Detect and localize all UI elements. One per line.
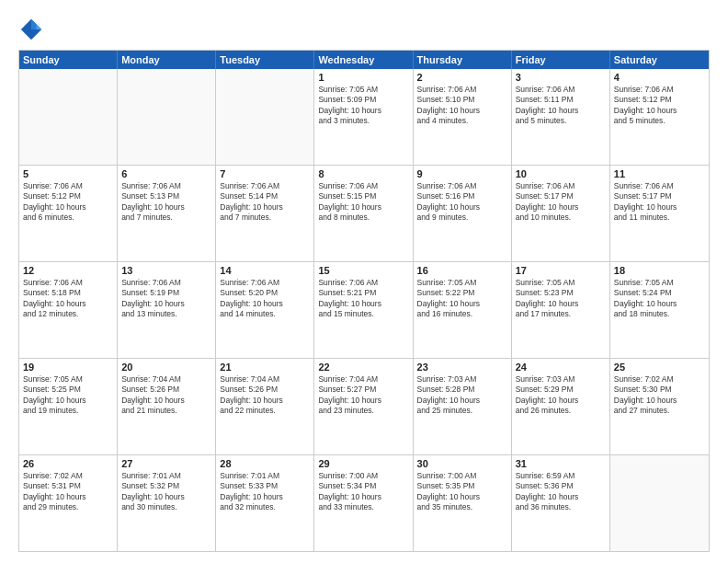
cell-info-line: and 22 minutes. <box>220 406 310 416</box>
cell-info-line: Sunrise: 6:59 AM <box>516 471 606 481</box>
day-number: 8 <box>318 168 408 179</box>
cell-info-line: Sunset: 5:29 PM <box>516 385 606 395</box>
cell-info-line: Sunrise: 7:00 AM <box>417 471 507 481</box>
day-number: 4 <box>614 72 705 83</box>
header-day-sunday: Sunday <box>19 51 118 69</box>
day-number: 10 <box>516 168 606 179</box>
cell-info-line: and 26 minutes. <box>516 406 606 416</box>
cell-info-line: Sunset: 5:13 PM <box>121 191 211 201</box>
cell-info-line: Sunrise: 7:06 AM <box>121 181 211 191</box>
day-number: 22 <box>318 362 408 373</box>
cell-info-line: Sunset: 5:21 PM <box>318 288 408 298</box>
calendar-empty <box>216 69 314 165</box>
cell-info-line: Sunset: 5:36 PM <box>516 481 606 491</box>
calendar-empty <box>610 455 709 551</box>
day-number: 13 <box>121 265 211 276</box>
cell-info-line: Sunset: 5:34 PM <box>318 481 408 491</box>
calendar-empty <box>19 69 118 165</box>
cell-info-line: Sunset: 5:26 PM <box>220 385 310 395</box>
calendar-day-31: 31Sunrise: 6:59 AMSunset: 5:36 PMDayligh… <box>512 455 610 551</box>
cell-info-line: Daylight: 10 hours <box>220 396 310 406</box>
cell-info-line: Sunrise: 7:03 AM <box>417 374 507 385</box>
calendar-day-15: 15Sunrise: 7:06 AMSunset: 5:21 PMDayligh… <box>314 262 413 358</box>
cell-info-line: Sunrise: 7:06 AM <box>23 181 113 191</box>
cell-info-line: Sunrise: 7:04 AM <box>318 374 408 385</box>
cell-info-line: Daylight: 10 hours <box>318 202 408 213</box>
cell-info-line: Sunset: 5:11 PM <box>516 95 606 105</box>
calendar-week-3: 12Sunrise: 7:06 AMSunset: 5:18 PMDayligh… <box>19 261 709 358</box>
day-number: 26 <box>23 458 113 469</box>
cell-info-line: and 8 minutes. <box>318 213 408 223</box>
day-number: 27 <box>121 458 211 469</box>
calendar-day-30: 30Sunrise: 7:00 AMSunset: 5:35 PMDayligh… <box>414 455 512 551</box>
cell-info-line: Sunset: 5:18 PM <box>23 288 113 298</box>
day-number: 29 <box>318 458 408 469</box>
cell-info-line: Daylight: 10 hours <box>23 396 113 406</box>
cell-info-line: Sunset: 5:14 PM <box>220 191 310 201</box>
cell-info-line: Daylight: 10 hours <box>417 299 507 309</box>
day-number: 9 <box>417 168 507 179</box>
cell-info-line: Daylight: 10 hours <box>417 492 507 502</box>
calendar-body: 1Sunrise: 7:05 AMSunset: 5:09 PMDaylight… <box>19 69 709 551</box>
cell-info-line: Sunset: 5:09 PM <box>318 95 408 105</box>
cell-info-line: Sunset: 5:10 PM <box>417 95 507 105</box>
cell-info-line: Sunrise: 7:03 AM <box>516 374 606 385</box>
calendar-day-17: 17Sunrise: 7:05 AMSunset: 5:23 PMDayligh… <box>512 262 610 358</box>
cell-info-line: and 5 minutes. <box>516 116 606 126</box>
cell-info-line: and 25 minutes. <box>417 406 507 416</box>
cell-info-line: Sunset: 5:28 PM <box>417 385 507 395</box>
cell-info-line: and 6 minutes. <box>23 213 113 223</box>
cell-info-line: Sunrise: 7:05 AM <box>614 278 705 288</box>
calendar-day-24: 24Sunrise: 7:03 AMSunset: 5:29 PMDayligh… <box>512 359 610 454</box>
cell-info-line: Sunrise: 7:06 AM <box>516 181 606 191</box>
svg-marker-1 <box>31 19 41 29</box>
day-number: 12 <box>23 265 113 276</box>
cell-info-line: Sunrise: 7:06 AM <box>318 278 408 288</box>
cell-info-line: Sunset: 5:23 PM <box>516 288 606 298</box>
calendar-empty <box>118 69 216 165</box>
cell-info-line: Sunrise: 7:05 AM <box>23 374 113 385</box>
cell-info-line: and 35 minutes. <box>417 502 507 512</box>
cell-info-line: Sunrise: 7:04 AM <box>220 374 310 385</box>
logo-icon <box>18 17 44 42</box>
day-number: 24 <box>516 362 606 373</box>
cell-info-line: Sunset: 5:20 PM <box>220 288 310 298</box>
calendar-week-5: 26Sunrise: 7:02 AMSunset: 5:31 PMDayligh… <box>19 454 709 551</box>
calendar-day-10: 10Sunrise: 7:06 AMSunset: 5:17 PMDayligh… <box>512 166 610 261</box>
cell-info-line: Daylight: 10 hours <box>318 299 408 309</box>
cell-info-line: Sunset: 5:30 PM <box>614 385 705 395</box>
calendar-day-27: 27Sunrise: 7:01 AMSunset: 5:32 PMDayligh… <box>118 455 216 551</box>
cell-info-line: and 27 minutes. <box>614 406 705 416</box>
cell-info-line: and 17 minutes. <box>516 309 606 319</box>
cell-info-line: and 29 minutes. <box>23 502 113 512</box>
header <box>18 17 710 42</box>
cell-info-line: and 16 minutes. <box>417 309 507 319</box>
day-number: 20 <box>121 362 211 373</box>
cell-info-line: Daylight: 10 hours <box>318 106 408 116</box>
cell-info-line: and 36 minutes. <box>516 502 606 512</box>
calendar-day-22: 22Sunrise: 7:04 AMSunset: 5:27 PMDayligh… <box>314 359 413 454</box>
cell-info-line: Sunrise: 7:01 AM <box>220 471 310 481</box>
day-number: 2 <box>417 72 507 83</box>
cell-info-line: and 32 minutes. <box>220 502 310 512</box>
cell-info-line: and 33 minutes. <box>318 502 408 512</box>
cell-info-line: Sunrise: 7:05 AM <box>318 85 408 95</box>
calendar-day-25: 25Sunrise: 7:02 AMSunset: 5:30 PMDayligh… <box>610 359 709 454</box>
day-number: 11 <box>614 168 705 179</box>
cell-info-line: Sunrise: 7:00 AM <box>318 471 408 481</box>
calendar-day-14: 14Sunrise: 7:06 AMSunset: 5:20 PMDayligh… <box>216 262 314 358</box>
cell-info-line: and 21 minutes. <box>121 406 211 416</box>
cell-info-line: and 15 minutes. <box>318 309 408 319</box>
day-number: 28 <box>220 458 310 469</box>
cell-info-line: and 10 minutes. <box>516 213 606 223</box>
calendar-day-5: 5Sunrise: 7:06 AMSunset: 5:12 PMDaylight… <box>19 166 118 261</box>
calendar-day-2: 2Sunrise: 7:06 AMSunset: 5:10 PMDaylight… <box>414 69 512 165</box>
cell-info-line: and 9 minutes. <box>417 213 507 223</box>
svg-marker-2 <box>37 24 42 29</box>
cell-info-line: Sunrise: 7:05 AM <box>516 278 606 288</box>
cell-info-line: Sunset: 5:15 PM <box>318 191 408 201</box>
calendar-week-2: 5Sunrise: 7:06 AMSunset: 5:12 PMDaylight… <box>19 165 709 261</box>
calendar-day-19: 19Sunrise: 7:05 AMSunset: 5:25 PMDayligh… <box>19 359 118 454</box>
cell-info-line: Sunrise: 7:06 AM <box>220 278 310 288</box>
cell-info-line: Sunset: 5:16 PM <box>417 191 507 201</box>
